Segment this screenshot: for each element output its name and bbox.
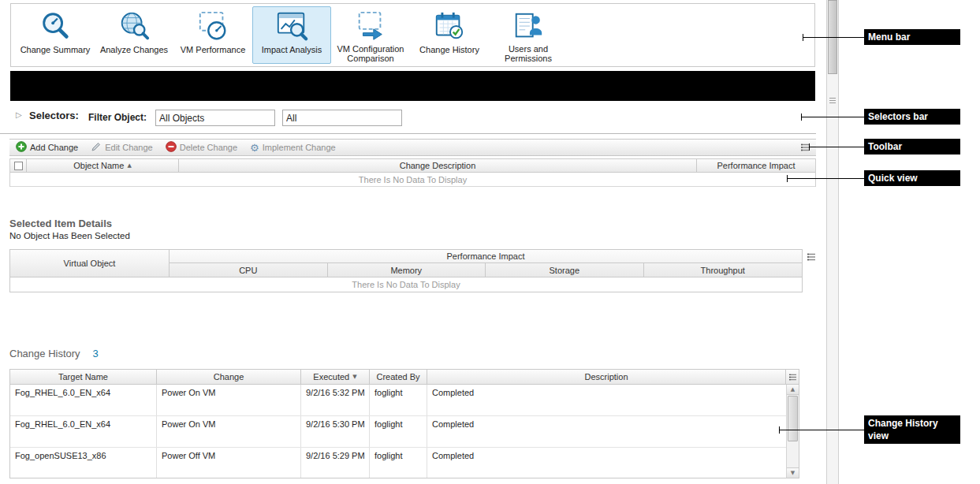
- column-header-object-name[interactable]: Object Name ▲: [27, 159, 179, 172]
- performance-impact-subheaders: CPU Memory Storage Throughput: [170, 263, 802, 277]
- cell-change: Power On VM: [157, 416, 301, 447]
- menu-item-label: Users and Permissions: [490, 44, 567, 63]
- filter-scope-input[interactable]: [282, 110, 402, 126]
- column-header-created-by[interactable]: Created By: [370, 370, 427, 384]
- annotation-line-change-history-view: [779, 430, 864, 430]
- column-header-storage[interactable]: Storage: [486, 263, 644, 277]
- cell-description: Completed: [427, 416, 786, 447]
- column-header-cpu[interactable]: CPU: [170, 263, 328, 277]
- quick-view-table: Object Name ▲ Change Description Perform…: [9, 158, 816, 187]
- table-row[interactable]: Fog_openSUSE13_x86 Power Off VM 9/2/16 5…: [10, 448, 786, 478]
- menu-item-label: Change History: [419, 45, 479, 54]
- column-header-label: Object Name: [73, 161, 124, 170]
- cell-executed: 9/2/16 5:29 PM: [301, 448, 370, 478]
- menu-item-label: Change Summary: [20, 45, 91, 54]
- selectors-bar: ▷ Selectors: Filter Object:: [0, 101, 816, 134]
- table-row[interactable]: Fog_RHEL_6.0_EN_x64 Power On VM 9/2/16 5…: [10, 385, 786, 416]
- column-header-label: Executed: [313, 372, 349, 382]
- selected-item-details-header: Virtual Object Performance Impact CPU Me…: [10, 250, 802, 277]
- cell-target-name: Fog_RHEL_6.0_EN_x64: [10, 416, 157, 447]
- menu-item-analyze-changes[interactable]: Analyze Changes: [95, 6, 173, 64]
- menu-item-label: VM Configuration Comparison: [332, 44, 409, 63]
- scrollbar-thumb[interactable]: [788, 396, 798, 441]
- column-header-label: Performance Impact: [717, 161, 795, 170]
- cell-executed: 9/2/16 5:32 PM: [301, 385, 370, 415]
- menu-item-users-and-permissions[interactable]: Users and Permissions: [489, 6, 568, 64]
- group-header-performance-impact: Performance Impact: [170, 250, 802, 263]
- annotation-tick-selectors-bar: [801, 114, 802, 121]
- delete-change-button[interactable]: Delete Change: [166, 141, 237, 154]
- add-change-button[interactable]: Add Change: [16, 141, 78, 154]
- annotation-line-toolbar: [809, 147, 864, 147]
- add-change-label: Add Change: [30, 143, 78, 152]
- column-header-performance-impact[interactable]: Performance Impact: [697, 159, 815, 172]
- selected-item-details-title: Selected Item Details: [9, 218, 112, 229]
- menu-item-impact-analysis[interactable]: Impact Analysis: [252, 6, 331, 64]
- cell-change: Power On VM: [157, 385, 301, 415]
- delete-change-icon: [166, 141, 177, 154]
- column-header-memory[interactable]: Memory: [328, 263, 486, 277]
- annotation-tick-toolbar: [809, 143, 810, 151]
- add-change-icon: [16, 141, 27, 154]
- selectors-expander-icon[interactable]: ▷: [16, 110, 22, 119]
- sort-descending-icon: ▼: [352, 374, 356, 380]
- cell-description: Completed: [427, 448, 786, 478]
- change-summary-icon: [38, 9, 73, 45]
- column-header-virtual-object[interactable]: Virtual Object: [10, 250, 170, 277]
- column-header-label: Target Name: [58, 372, 108, 382]
- annotation-tick-quick-view: [787, 175, 788, 182]
- sort-ascending-icon: ▲: [127, 162, 131, 169]
- menu-item-vm-performance[interactable]: VM Performance: [173, 6, 252, 64]
- annotation-line-quick-view: [787, 178, 864, 179]
- quick-view-header-row: Object Name ▲ Change Description Perform…: [10, 158, 815, 173]
- cell-change: Power Off VM: [157, 448, 301, 478]
- change-history-title: Change History: [9, 348, 80, 359]
- column-header-change-description[interactable]: Change Description: [179, 159, 697, 172]
- quick-view-empty-message: There Is No Data To Display: [10, 173, 815, 187]
- column-header-target-name[interactable]: Target Name: [10, 370, 157, 384]
- change-history-section-header: Change History 3: [9, 348, 99, 359]
- toolbar: Add Change Edit Change Delete Change ⚙ I…: [9, 139, 816, 156]
- column-header-executed[interactable]: Executed ▼: [301, 370, 370, 384]
- filter-object-input[interactable]: [155, 110, 275, 126]
- column-header-label: Created By: [376, 372, 419, 382]
- annotation-label-selectors-bar: Selectors bar: [864, 109, 960, 125]
- edit-change-label: Edit Change: [105, 143, 153, 152]
- selectors-title: Selectors:: [29, 110, 79, 121]
- change-history-count-badge[interactable]: 3: [93, 348, 99, 359]
- scroll-up-button[interactable]: ▲: [787, 385, 799, 395]
- annotation-line-menu-bar: [803, 37, 864, 38]
- black-banner: [10, 71, 815, 101]
- column-header-throughput[interactable]: Throughput: [644, 263, 803, 277]
- select-all-checkbox[interactable]: [14, 162, 23, 170]
- column-header-description[interactable]: Description: [427, 370, 786, 384]
- change-history-table: Target Name Change Executed ▼ Created By…: [9, 369, 799, 478]
- select-all-cell: [10, 159, 27, 172]
- menu-item-vm-configuration-comparison[interactable]: VM Configuration Comparison: [331, 6, 410, 64]
- menu-item-change-summary[interactable]: Change Summary: [16, 6, 95, 64]
- page-scrollbar[interactable]: [826, 0, 839, 484]
- edit-change-button[interactable]: Edit Change: [91, 141, 153, 154]
- column-header-change[interactable]: Change: [157, 370, 301, 384]
- menu-item-label: Analyze Changes: [100, 45, 168, 54]
- menu-item-change-history[interactable]: Change History: [410, 6, 489, 64]
- cell-description: Completed: [427, 385, 786, 415]
- vm-configuration-comparison-icon: [353, 9, 388, 44]
- table-row[interactable]: Fog_RHEL_6.0_EN_x64 Power On VM 9/2/16 5…: [10, 416, 786, 448]
- cell-created-by: foglight: [370, 448, 427, 478]
- scroll-down-button[interactable]: ▼: [787, 467, 799, 478]
- impact-analysis-icon: [274, 9, 309, 45]
- table-customizer-cell: [786, 370, 799, 384]
- column-header-label: Change: [214, 372, 244, 382]
- annotation-label-toolbar: Toolbar: [864, 139, 960, 155]
- annotation-tick-menu-bar: [803, 34, 803, 41]
- menu-item-label: VM Performance: [181, 45, 246, 54]
- change-history-header-row: Target Name Change Executed ▼ Created By…: [10, 370, 799, 385]
- change-history-customizer-icon[interactable]: [786, 371, 799, 382]
- details-customizer-icon[interactable]: [805, 251, 818, 262]
- change-history-scrollbar[interactable]: ▲ ▼: [786, 385, 799, 478]
- users-and-permissions-icon: [511, 9, 546, 44]
- selected-item-details-table: Virtual Object Performance Impact CPU Me…: [9, 249, 803, 292]
- annotation-label-menu-bar: Menu bar: [864, 29, 960, 45]
- implement-change-button[interactable]: ⚙ Implement Change: [250, 143, 336, 153]
